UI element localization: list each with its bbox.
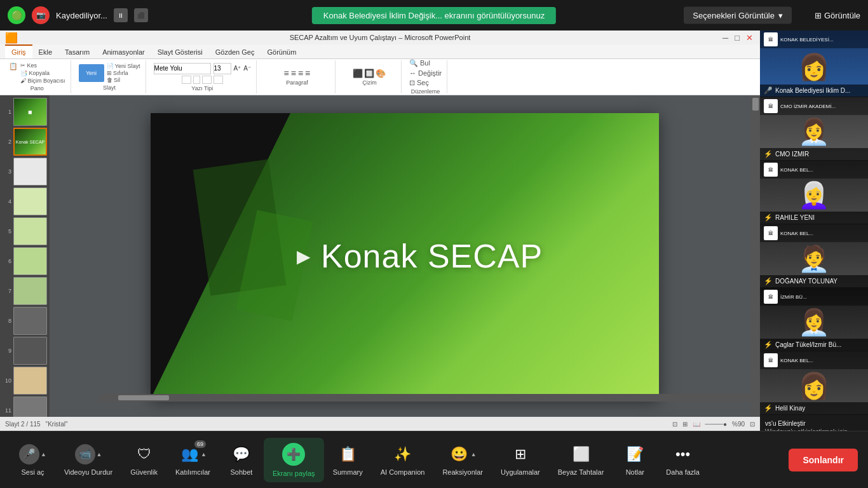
- toolbar-item-beyaz-tahtalar[interactable]: ⬜ Beyaz Tahtalar: [549, 439, 613, 481]
- window-controls: ─ □ ✕: [721, 33, 755, 43]
- layout-icon[interactable]: ⊞ Sıfırla: [107, 70, 140, 76]
- view-button[interactable]: ⊞ Görüntüle: [815, 11, 860, 20]
- powerpoint-window: 🟧 SECAP Azaltım ve Uyum Çalıştayı – Micr…: [0, 30, 760, 431]
- bottom-toolbar: 🎤 ▲ Sesi aç 📹 ▲ Videoyu Durdur 🛡 Güvenli…: [0, 431, 868, 488]
- toolbar-label-ai-companion: AI Companion: [381, 468, 425, 476]
- participant-video-3: 🏛 KONAK BEL... 👩‍🦳 ⚡ RAHİLE YENİ: [760, 161, 868, 224]
- main-content-area: 🟧 SECAP Azaltım ve Uyum Çalıştayı – Micr…: [0, 30, 868, 431]
- activation-line1: vs'u Etkinleştir: [765, 420, 863, 427]
- cut-icon[interactable]: ✂ Kes: [20, 62, 65, 69]
- slide-thumb-8[interactable]: [13, 307, 47, 335]
- copy-icon[interactable]: 📑 Kopyala: [20, 70, 65, 76]
- mic-arrow-icon: ▲: [41, 451, 46, 458]
- slide-thumb-2[interactable]: Konak SECAP: [13, 128, 47, 156]
- toolbar-item-sohbet[interactable]: 💬 Sohbet: [219, 439, 264, 481]
- video-icon: 📹: [75, 444, 95, 464]
- slide-thumb-1[interactable]: ◼: [13, 98, 47, 126]
- find-icon[interactable]: 🔍 Bul: [409, 59, 442, 67]
- slide-num-4: 4: [3, 198, 11, 205]
- font-increase-icon[interactable]: A⁺: [234, 65, 241, 72]
- org-name-6: KONAK BEL...: [780, 358, 813, 363]
- slide-thumb-6[interactable]: [13, 247, 47, 275]
- format-painter-icon[interactable]: 🖌 Biçim Boyacısı: [20, 78, 65, 84]
- stop-button[interactable]: ⬛: [134, 8, 148, 22]
- align-left-icon[interactable]: ≡: [284, 68, 289, 78]
- toolbar-item-notlar[interactable]: 📝 Notlar: [613, 439, 657, 481]
- chevron-down-icon: ▾: [778, 11, 783, 20]
- slide-thumb-7[interactable]: [13, 277, 47, 305]
- toolbar-item-video[interactable]: 📹 ▲ Videoyu Durdur: [55, 439, 121, 481]
- font-name-input[interactable]: [154, 63, 211, 74]
- slide-thumb-3[interactable]: [13, 158, 47, 186]
- recording-status-dot: 🟢: [8, 6, 25, 24]
- slide-num-6: 6: [3, 258, 11, 264]
- color-icon[interactable]: 🎨: [376, 69, 386, 78]
- align-center-icon[interactable]: ≡: [291, 68, 296, 78]
- slide-row-7: 7: [3, 277, 47, 305]
- notes-icon: 📝: [625, 444, 645, 464]
- slide-thumb-5[interactable]: [13, 217, 47, 245]
- close-button[interactable]: ✕: [744, 33, 755, 43]
- participant-header-3: 🏛 KONAK BEL...: [760, 161, 868, 179]
- toolbar-item-uygulamalar[interactable]: ⊞ Uygulamalar: [492, 439, 549, 481]
- toolbar-item-ekrani-paylas[interactable]: ➕ Ekranı paylaş: [264, 438, 324, 482]
- italic-icon[interactable]: I: [193, 76, 200, 84]
- tab-slayt-gosterisi[interactable]: Slayt Gösterisi: [151, 44, 209, 58]
- tab-ekle[interactable]: Ekle: [32, 44, 58, 58]
- org-logo-3: 🏛: [764, 163, 778, 177]
- bold-icon[interactable]: B: [182, 76, 191, 84]
- slide-number-status: Slayt 2 / 115: [5, 421, 41, 428]
- options-label: Seçenekleri Görüntüle: [693, 11, 775, 20]
- section-icon[interactable]: 🗑 Sil: [107, 77, 140, 83]
- slide-thumb-4[interactable]: [13, 187, 47, 215]
- vertical-scrollbar[interactable]: [751, 95, 760, 417]
- toolbar-item-guvenlik[interactable]: 🛡 Güvenlik: [121, 439, 166, 481]
- toolbar-item-sesi-ac[interactable]: 🎤 ▲ Sesi aç: [10, 439, 55, 481]
- underline-icon[interactable]: U: [202, 76, 212, 84]
- share-screen-icon: ➕: [282, 443, 305, 466]
- shape-icon[interactable]: ⬛: [353, 69, 363, 78]
- toolbar-item-daha-fazla[interactable]: ••• Daha fazla: [657, 439, 709, 481]
- view-normal-icon[interactable]: ⊡: [672, 421, 677, 428]
- ribbon-label-drawing: Çizim: [362, 79, 377, 86]
- restore-button[interactable]: □: [733, 33, 742, 43]
- paste-icon[interactable]: 📋: [9, 62, 18, 84]
- tab-giriş[interactable]: Giriş: [5, 44, 32, 58]
- participants-icon: 👥 69: [179, 444, 200, 464]
- toolbar-item-ai-companion[interactable]: ✨ AI Companion: [372, 439, 434, 481]
- toolbar-item-summary[interactable]: 📋 Summary: [324, 439, 372, 481]
- align-right-icon[interactable]: ≡: [298, 68, 303, 78]
- tab-tasarım[interactable]: Tasarım: [58, 44, 96, 58]
- select-icon[interactable]: ⊡ Seç: [409, 79, 442, 87]
- tab-animasyonlar[interactable]: Animasyonlar: [96, 44, 151, 58]
- fit-slide-icon[interactable]: ⊡: [750, 421, 755, 428]
- toolbar-label-ekrani-paylas: Ekranı paylaş: [273, 470, 315, 477]
- strikethrough-icon[interactable]: S: [214, 76, 223, 84]
- font-decrease-icon[interactable]: A⁻: [243, 65, 251, 72]
- slide-thumb-11[interactable]: [13, 396, 47, 417]
- summary-icon: 📋: [337, 444, 358, 464]
- end-meeting-button[interactable]: Sonlandır: [789, 449, 858, 471]
- slide-thumb-9[interactable]: [13, 337, 47, 365]
- slide-thumbnail-panel[interactable]: 1 ◼ 2 Konak SECAP 3: [0, 95, 50, 417]
- toolbar-item-reaksiyonlar[interactable]: 😀 ▲ Reaksiyonlar: [433, 439, 492, 481]
- replace-icon[interactable]: ↔ Değiştir: [409, 69, 442, 77]
- arrange-icon[interactable]: 🔲: [364, 69, 374, 78]
- zoom-slider[interactable]: ────●: [705, 421, 727, 428]
- pause-button[interactable]: ⏸: [114, 8, 128, 22]
- options-button[interactable]: Seçenekleri Görüntüle ▾: [684, 7, 792, 24]
- font-size-input[interactable]: [214, 63, 231, 74]
- view-label: Görüntüle: [824, 11, 860, 20]
- horizontal-scrollbar[interactable]: [99, 394, 751, 402]
- justify-icon[interactable]: ≡: [305, 68, 310, 78]
- view-reading-icon[interactable]: 📖: [693, 421, 700, 428]
- new-slide-icon[interactable]: 📄 Yeni Slayt: [107, 63, 140, 69]
- view-slide-sorter-icon[interactable]: ⊞: [682, 421, 688, 428]
- slide-thumb-10[interactable]: [13, 367, 47, 395]
- tab-gorunum[interactable]: Görünüm: [261, 44, 302, 58]
- minimize-button[interactable]: ─: [721, 33, 730, 43]
- toolbar-item-katilimcilar[interactable]: 👥 69 ▲ Katılımcılar: [166, 439, 219, 481]
- tab-gozden-gec[interactable]: Gözden Geç: [209, 44, 261, 58]
- participant-header-2: 🏛 CMO İZMİR AKADEMİ...: [760, 97, 868, 115]
- play-arrow-icon: ▶: [297, 246, 311, 267]
